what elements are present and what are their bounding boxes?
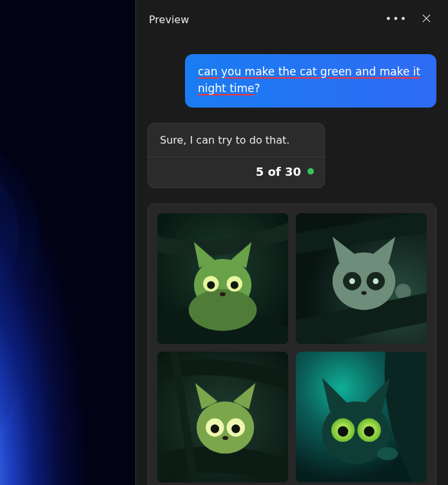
image-grid [157, 213, 427, 482]
more-icon: ••• [385, 14, 407, 24]
svg-point-29 [338, 426, 348, 436]
svg-point-30 [364, 426, 375, 436]
message-counter: 5 of 30 [256, 165, 301, 178]
svg-point-8 [231, 281, 239, 289]
close-icon [422, 14, 431, 26]
more-button[interactable]: ••• [386, 9, 407, 30]
svg-point-24 [222, 436, 228, 440]
desktop-wallpaper [0, 0, 135, 485]
svg-point-9 [220, 292, 226, 296]
panel-title: Preview [149, 14, 386, 26]
user-message-bubble: can you make the cat green and make it n… [185, 54, 436, 108]
result-image-1[interactable] [157, 213, 288, 344]
svg-point-31 [377, 447, 398, 460]
svg-point-22 [211, 424, 219, 433]
conversation-scroll[interactable]: can you make the cat green and make it n… [136, 39, 448, 485]
svg-point-17 [362, 291, 367, 295]
bot-reply-card: Sure, I can try to do that. 5 of 30 [148, 123, 325, 188]
svg-point-19 [197, 401, 254, 453]
result-image-2[interactable] [296, 213, 427, 344]
close-button[interactable] [416, 9, 436, 30]
user-message-row: can you make the cat green and make it n… [148, 54, 436, 108]
svg-point-23 [231, 424, 240, 433]
status-dot-icon [307, 168, 314, 175]
image-result-card: "a green cat stuck in a tree looking sca… [148, 204, 436, 485]
preview-panel: Preview ••• can you make the cat green a… [135, 0, 448, 485]
svg-point-7 [207, 281, 215, 289]
bot-reply-footer: 5 of 30 [148, 157, 324, 187]
svg-point-15 [349, 278, 355, 284]
panel-header: Preview ••• [136, 0, 448, 39]
result-image-3[interactable] [157, 352, 288, 482]
result-image-4[interactable] [296, 352, 427, 482]
svg-point-16 [373, 278, 378, 284]
bot-reply-text: Sure, I can try to do that. [148, 124, 324, 157]
